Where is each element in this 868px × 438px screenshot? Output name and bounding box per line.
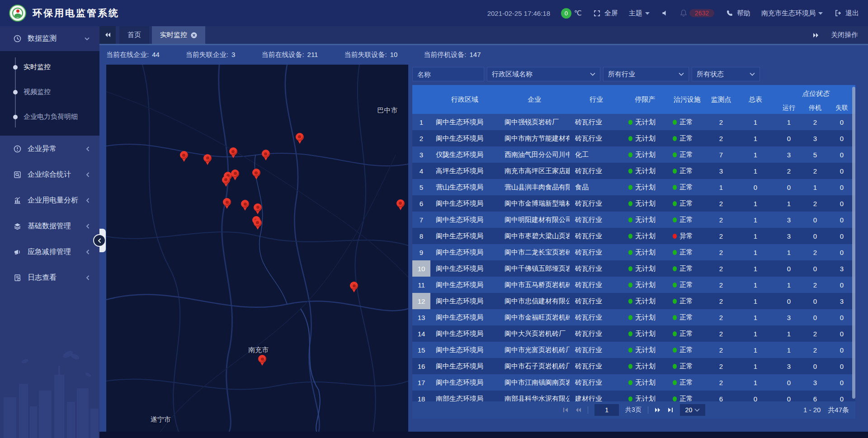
cell-meters: 1: [735, 146, 776, 163]
map-city-label: 巴中市: [377, 106, 397, 114]
close-icon[interactable]: [191, 32, 197, 38]
table-row[interactable]: 12 阆中生态环境局 阆中市忠信建材有限公 砖瓦行业 无计划 正常 2 1 0: [412, 293, 855, 309]
sidebar-item[interactable]: 企业综合统计: [0, 162, 99, 187]
table-row[interactable]: 6 阆中生态环境局 阆中市金博瑞新型墙材 砖瓦行业 无计划 正常 2 1 1: [412, 195, 855, 212]
sidebar-collapse-toggle[interactable]: [93, 234, 106, 247]
industry-filter-select[interactable]: 所有行业: [603, 67, 689, 81]
cell-running: 1: [776, 244, 802, 260]
table-row[interactable]: 2 阆中生态环境局 阆中市南方节能建材有 砖瓦行业 无计划 正常 2 1 0: [412, 130, 855, 146]
cell-offline: 0: [828, 358, 855, 374]
table-row[interactable]: 14 阆中生态环境局 阆中大兴页岩机砖厂 砖瓦行业 无计划 正常 2 1 1: [412, 325, 855, 342]
cell-facility: 正常: [667, 309, 707, 325]
cell-company: 阆中市金博瑞新型墙材: [499, 195, 570, 212]
tab-scroll-right-button[interactable]: [813, 33, 819, 38]
sidebar-item[interactable]: 日志查看: [0, 265, 99, 290]
map[interactable]: 巴中市 南充市 遂宁市: [106, 65, 408, 432]
cell-stopped: 3: [802, 374, 828, 391]
cell-industry: 砖瓦行业: [570, 212, 623, 228]
cell-industry: 砖瓦行业: [570, 358, 623, 374]
cell-industry: 食品: [570, 179, 623, 195]
table-row[interactable]: 15 阆中生态环境局 阆中市光富页岩机砖厂 砖瓦行业 无计划 正常 2 1 1: [412, 342, 855, 358]
cell-company: 阆中市枣碧大梁山页岩: [499, 228, 570, 244]
table-row[interactable]: 1 阆中生态环境局 阆中强锐页岩砖厂 砖瓦行业 无计划 正常 2 1 1 2: [412, 114, 855, 130]
sidebar-subitem[interactable]: 实时监控: [0, 55, 99, 80]
filter-bar: 行政区域名称 所有行业 所有状态: [412, 67, 855, 81]
cell-bureau: 阆中生态环境局: [430, 374, 499, 391]
sidebar-item[interactable]: 应急减排管理: [0, 240, 99, 264]
cell-bureau: 阆中生态环境局: [430, 228, 499, 244]
row-number: 18: [412, 391, 430, 401]
production-status-dot: [628, 169, 632, 174]
last-page-button[interactable]: [667, 407, 674, 413]
col-point-status-group: 点位状态: [776, 85, 855, 102]
page-number-input[interactable]: [594, 404, 619, 416]
prev-page-button[interactable]: [575, 407, 581, 413]
stat-label: 当前失联设备:: [344, 51, 387, 59]
datetime: 2021-02-25 17:46:18: [487, 9, 550, 17]
tab-label: 实时监控: [160, 31, 187, 39]
table-row[interactable]: 7 阆中生态环境局 阆中明阳建材有限公司 砖瓦行业 无计划 正常 2 1 3: [412, 212, 855, 228]
sidebar-item[interactable]: 企业用电量分析: [0, 188, 99, 213]
status-filter-select[interactable]: 所有状态: [692, 67, 760, 81]
cell-industry: 砖瓦行业: [570, 293, 623, 309]
record-total-label: 共47条: [828, 406, 849, 414]
cell-production: 无计划: [623, 391, 667, 401]
table-row[interactable]: 11 阆中生态环境局 阆中市五马桥页岩机砖 砖瓦行业 无计划 正常 2 1 1: [412, 277, 855, 293]
first-page-button[interactable]: [562, 407, 569, 413]
caret-down-icon: [818, 12, 823, 15]
table-row[interactable]: 4 高坪生态环境局 南充市高坪区王家店建 砖瓦行业 无计划 正常 3 1 2: [412, 163, 855, 179]
temperature: 0 ℃: [561, 8, 582, 19]
stat-value: 147: [470, 51, 481, 59]
stat-label: 当前失联企业:: [186, 51, 228, 59]
table-scrollbar[interactable]: [852, 87, 855, 399]
table-row[interactable]: 13 阆中生态环境局 阆中市金福旺页岩机砖 砖瓦行业 无计划 正常 2 1 3: [412, 309, 855, 325]
row-number: 14: [412, 325, 430, 342]
table-row[interactable]: 18 南部生态环境局 南部县科华水泥有限公 建材行业 无计划 正常 6 0 0: [412, 391, 855, 401]
tab[interactable]: 首页: [119, 26, 149, 44]
sidebar-subitem[interactable]: 视频监控: [0, 80, 99, 104]
table-row[interactable]: 8 阆中生态环境局 阆中市枣碧大梁山页岩 砖瓦行业 无计划 异常 2 1 3: [412, 228, 855, 244]
cell-points: 2: [707, 114, 735, 130]
page-size-select[interactable]: 20: [680, 404, 705, 416]
region-filter-select[interactable]: 行政区域名称: [487, 67, 600, 81]
name-filter-input[interactable]: [412, 67, 484, 81]
sidebar-item[interactable]: 基础数据管理: [0, 214, 99, 239]
next-page-button[interactable]: [655, 407, 661, 413]
map-city-label: 遂宁市: [151, 415, 171, 424]
stats-bar: 当前在线企业: 44 当前失联企业: 3 当前在线设备: 211 当前失联设备:…: [99, 45, 868, 65]
col-meters: 总表: [735, 85, 776, 114]
user-org-dropdown[interactable]: 南充市生态环境局: [761, 9, 823, 18]
tab-scroll-left-button[interactable]: [99, 26, 116, 44]
logout-button[interactable]: 退出: [834, 9, 859, 18]
production-status-dot: [628, 217, 632, 222]
table-row[interactable]: 9 阆中生态环境局 阆中市二龙长宝页岩砖 砖瓦行业 无计划 正常 2 1 1: [412, 244, 855, 260]
cell-stopped: 0: [802, 293, 828, 309]
cell-company: 阆中市五马桥页岩机砖: [499, 277, 570, 293]
cell-meters: 1: [735, 195, 776, 212]
theme-dropdown[interactable]: 主题: [629, 9, 650, 18]
sidebar-subitem[interactable]: 企业电力负荷明细: [0, 104, 99, 129]
cell-running: 1: [776, 114, 802, 130]
cell-stopped: 0: [802, 228, 828, 244]
cell-offline: 0: [828, 114, 855, 130]
table-row[interactable]: 17 阆中生态环境局 阆中市江南镇阆南页岩 砖瓦行业 无计划 正常 2 1 0: [412, 374, 855, 391]
close-operations-button[interactable]: 关闭操作: [831, 31, 858, 39]
sound-toggle[interactable]: [660, 10, 670, 16]
fullscreen-button[interactable]: 全屏: [593, 9, 618, 18]
sidebar-item[interactable]: 企业异常: [0, 137, 99, 161]
notifications[interactable]: 2632: [680, 9, 714, 17]
table-row[interactable]: 3 仪陇生态环境局 西南油气田分公司川中 化工 无计划 正常 7 1 3 5: [412, 146, 855, 163]
facility-status-dot: [673, 152, 677, 157]
cell-meters: 1: [735, 163, 776, 179]
tab[interactable]: 实时监控: [152, 26, 205, 44]
table-row[interactable]: 16 阆中生态环境局 阆中市石子页岩机砖厂 砖瓦行业 无计划 正常 2 1 3: [412, 358, 855, 374]
table-row[interactable]: 10 阆中生态环境局 阆中千佛镇五郎垭页岩 砖瓦行业 无计划 正常 2 1 0: [412, 260, 855, 277]
cell-offline: 0: [828, 244, 855, 260]
help-button[interactable]: 帮助: [725, 9, 750, 18]
table-row[interactable]: 5 营山生态环境局 营山县润丰肉食品有限 食品 无计划 正常 1 0 0 1: [412, 179, 855, 195]
sidebar-item-data-monitoring[interactable]: 数据监测: [0, 26, 99, 51]
cell-stopped: 0: [802, 212, 828, 228]
cell-offline: 0: [828, 374, 855, 391]
cell-meters: 1: [735, 228, 776, 244]
stat-label: 当前停机设备:: [424, 51, 466, 59]
